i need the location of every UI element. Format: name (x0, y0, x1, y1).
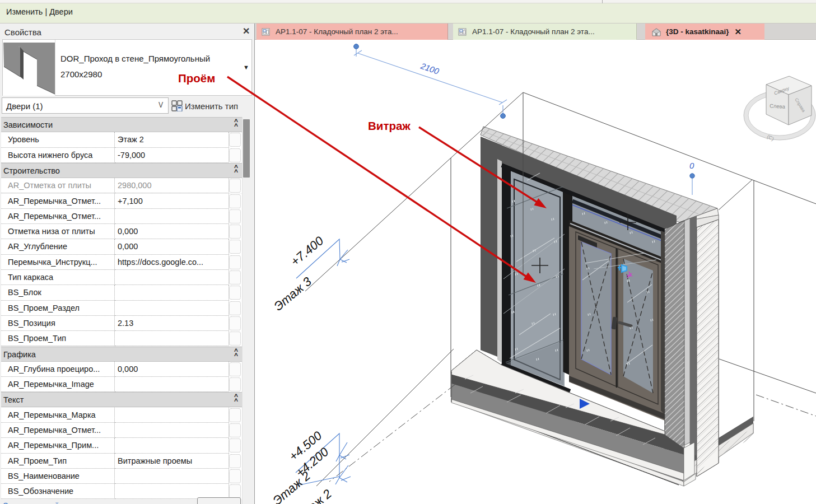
svg-text:Витраж: Витраж (368, 119, 411, 132)
svg-text:2100: 2100 (419, 60, 441, 76)
svg-text:+7.400: +7.400 (288, 234, 327, 269)
svg-text:Проём: Проём (178, 72, 215, 85)
svg-text:0: 0 (689, 161, 694, 170)
svg-text:Слева: Слева (770, 102, 786, 109)
svg-text:Этаж 3: Этаж 3 (271, 274, 314, 313)
svg-text:Этаж 2: Этаж 2 (270, 469, 313, 504)
